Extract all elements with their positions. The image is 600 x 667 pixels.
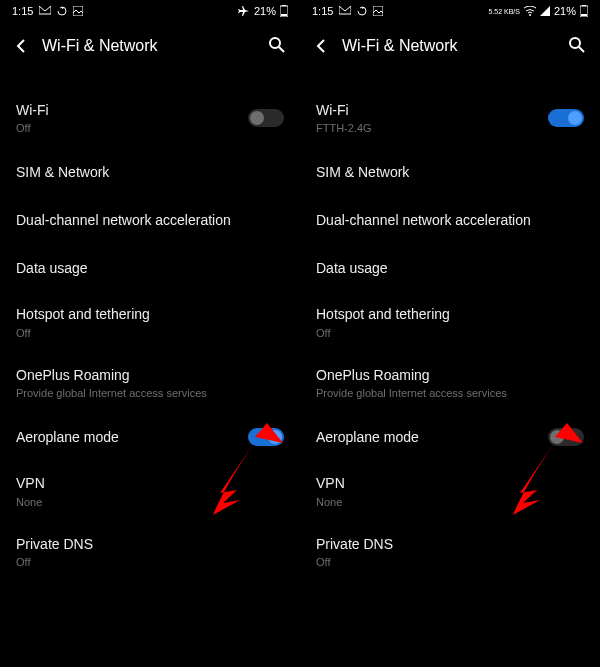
setting-sub: Provide global Internet access services: [16, 386, 284, 400]
image-icon: [373, 6, 383, 16]
setting-sub: Off: [16, 121, 248, 135]
svg-rect-3: [281, 14, 287, 16]
image-icon: [73, 6, 83, 16]
setting-roaming[interactable]: OnePlus Roaming Provide global Internet …: [300, 353, 600, 413]
setting-label: Aeroplane mode: [316, 428, 548, 446]
setting-private-dns[interactable]: Private DNS Off: [0, 522, 300, 582]
setting-vpn[interactable]: VPN None: [0, 461, 300, 521]
setting-label: OnePlus Roaming: [16, 366, 284, 384]
setting-label: OnePlus Roaming: [316, 366, 584, 384]
setting-sim[interactable]: SIM & Network: [0, 148, 300, 196]
setting-dual-channel[interactable]: Dual-channel network acceleration: [300, 196, 600, 244]
setting-label: Hotspot and tethering: [316, 305, 584, 323]
setting-sub: None: [16, 495, 284, 509]
status-left: 1:15: [312, 5, 383, 17]
svg-rect-9: [581, 14, 587, 16]
setting-label: Hotspot and tethering: [16, 305, 284, 323]
setting-roaming[interactable]: OnePlus Roaming Provide global Internet …: [0, 353, 300, 413]
signal-icon: [540, 6, 550, 16]
status-bar: 1:15 5.52 KB/S 21%: [300, 0, 600, 22]
wifi-icon: [524, 6, 536, 16]
sync-icon: [357, 6, 367, 16]
setting-sub: Off: [16, 326, 284, 340]
setting-label: Wi-Fi: [316, 101, 548, 119]
search-icon[interactable]: [268, 36, 288, 56]
setting-label: Aeroplane mode: [16, 428, 248, 446]
svg-rect-2: [282, 5, 286, 6]
setting-wifi[interactable]: Wi-Fi FTTH-2.4G: [300, 88, 600, 148]
status-right: 5.52 KB/S 21%: [488, 5, 588, 17]
setting-private-dns[interactable]: Private DNS Off: [300, 522, 600, 582]
svg-point-4: [270, 38, 280, 48]
setting-sub: Off: [316, 555, 584, 569]
settings-list: Wi-Fi Off SIM & Network Dual-channel net…: [0, 70, 300, 582]
mail-icon: [339, 6, 351, 16]
wifi-toggle[interactable]: [548, 109, 584, 127]
mail-icon: [39, 6, 51, 16]
status-left: 1:15: [12, 5, 83, 17]
airplane-icon: [238, 5, 250, 17]
status-right: 21%: [238, 5, 288, 17]
status-bar: 1:15 21%: [0, 0, 300, 22]
right-screenshot: 1:15 5.52 KB/S 21% Wi-Fi & Network Wi-Fi: [300, 0, 600, 667]
setting-label: Data usage: [16, 259, 284, 277]
battery-icon: [280, 5, 288, 17]
aeroplane-toggle[interactable]: [548, 428, 584, 446]
status-time: 1:15: [12, 5, 33, 17]
setting-label: Private DNS: [16, 535, 284, 553]
setting-label: VPN: [316, 474, 584, 492]
setting-data-usage[interactable]: Data usage: [0, 244, 300, 292]
wifi-toggle[interactable]: [248, 109, 284, 127]
setting-label: Dual-channel network acceleration: [316, 211, 584, 229]
setting-sub: Provide global Internet access services: [316, 386, 584, 400]
setting-label: SIM & Network: [16, 163, 284, 181]
setting-sim[interactable]: SIM & Network: [300, 148, 600, 196]
page-header: Wi-Fi & Network: [0, 22, 300, 70]
setting-label: Dual-channel network acceleration: [16, 211, 284, 229]
setting-sub: FTTH-2.4G: [316, 121, 548, 135]
page-title: Wi-Fi & Network: [342, 37, 458, 55]
setting-hotspot[interactable]: Hotspot and tethering Off: [300, 292, 600, 352]
svg-rect-8: [582, 5, 586, 6]
setting-hotspot[interactable]: Hotspot and tethering Off: [0, 292, 300, 352]
setting-aeroplane[interactable]: Aeroplane mode: [300, 413, 600, 461]
battery-percent: 21%: [554, 5, 576, 17]
setting-data-usage[interactable]: Data usage: [300, 244, 600, 292]
setting-dual-channel[interactable]: Dual-channel network acceleration: [0, 196, 300, 244]
setting-label: Data usage: [316, 259, 584, 277]
page-header: Wi-Fi & Network: [300, 22, 600, 70]
page-title: Wi-Fi & Network: [42, 37, 158, 55]
network-speed: 5.52 KB/S: [488, 8, 520, 15]
svg-point-10: [570, 38, 580, 48]
setting-label: SIM & Network: [316, 163, 584, 181]
battery-percent: 21%: [254, 5, 276, 17]
setting-wifi[interactable]: Wi-Fi Off: [0, 88, 300, 148]
search-icon[interactable]: [568, 36, 588, 56]
back-icon[interactable]: [312, 36, 332, 56]
setting-sub: Off: [316, 326, 584, 340]
setting-label: VPN: [16, 474, 284, 492]
sync-icon: [57, 6, 67, 16]
setting-sub: None: [316, 495, 584, 509]
setting-label: Wi-Fi: [16, 101, 248, 119]
back-icon[interactable]: [12, 36, 32, 56]
setting-vpn[interactable]: VPN None: [300, 461, 600, 521]
setting-sub: Off: [16, 555, 284, 569]
aeroplane-toggle[interactable]: [248, 428, 284, 446]
setting-label: Private DNS: [316, 535, 584, 553]
status-time: 1:15: [312, 5, 333, 17]
left-screenshot: 1:15 21% Wi-Fi & Network Wi-Fi Off: [0, 0, 300, 667]
settings-list: Wi-Fi FTTH-2.4G SIM & Network Dual-chann…: [300, 70, 600, 582]
battery-icon: [580, 5, 588, 17]
setting-aeroplane[interactable]: Aeroplane mode: [0, 413, 300, 461]
svg-point-6: [529, 14, 531, 16]
